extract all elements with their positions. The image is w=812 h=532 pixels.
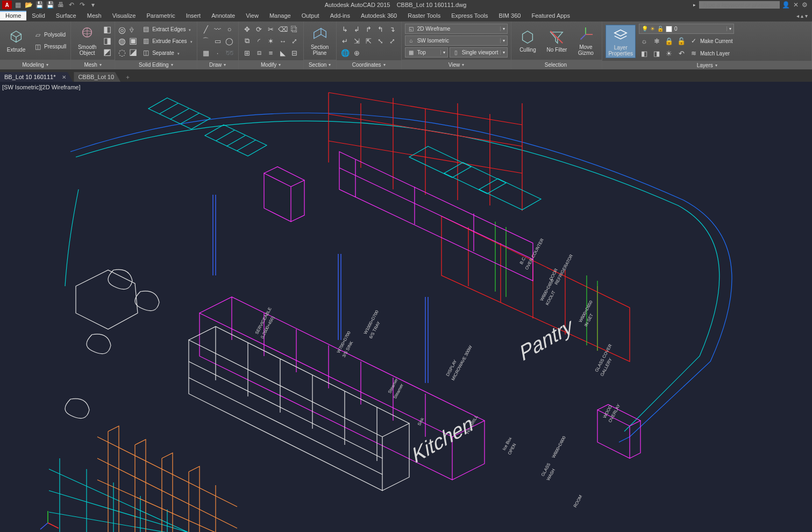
panel-view-label[interactable]: View [402, 60, 511, 69]
visual-style-dropdown[interactable]: ◱ 2D Wireframe ▾ [405, 24, 508, 34]
saveas-icon[interactable]: 💾 [45, 1, 55, 9]
tab-addins[interactable]: Add-ins [325, 11, 355, 20]
ucs-icon-9[interactable]: ⤡ [375, 36, 386, 46]
polysolid-button[interactable]: ▱ Polysolid [32, 30, 67, 40]
rectangle-icon[interactable]: ▭ [212, 36, 223, 46]
ucs-icon-5[interactable]: ↴ [387, 24, 398, 34]
help-icon[interactable]: ⚙ [802, 1, 808, 9]
panel-mesh-label[interactable]: Mesh [71, 60, 115, 69]
circle-icon[interactable]: ○ [224, 24, 235, 34]
mesh-icon-3[interactable]: ◩ [103, 47, 111, 57]
tab-home[interactable]: Home [0, 11, 26, 20]
layer-freeze-icon[interactable]: ❄ [651, 36, 662, 46]
panel-modify-label[interactable]: Modify [239, 60, 303, 69]
movegizmo-button[interactable]: Move Gizmo [573, 25, 599, 57]
qat-dropdown-icon[interactable]: ▾ [88, 1, 98, 9]
open-icon[interactable]: 📂 [24, 1, 33, 9]
tab-rastertools[interactable]: Raster Tools [402, 11, 446, 20]
rotate-icon[interactable]: ⟳ [254, 24, 265, 34]
mesh-icon-2[interactable]: ◨ [103, 36, 111, 46]
arc-icon[interactable]: ⌒ [201, 36, 211, 46]
panel-solid-editing-label[interactable]: Solid Editing [115, 60, 196, 69]
signin-icon[interactable]: 👤 [782, 1, 790, 9]
union-icon[interactable]: ◎ [118, 25, 126, 35]
copy-icon[interactable]: ⿻ [289, 24, 300, 34]
tab-expresstools[interactable]: Express Tools [446, 11, 493, 20]
tab-insert[interactable]: Insert [181, 11, 206, 20]
mirror-icon[interactable]: ⧉ [242, 36, 253, 46]
ucs-origin-icon[interactable]: ⊕ [352, 47, 362, 58]
subtract-icon[interactable]: ◍ [118, 36, 126, 46]
layer-prev-icon[interactable]: ↶ [676, 48, 687, 59]
ucs-icon-8[interactable]: ⇱ [364, 36, 374, 46]
stretch-icon[interactable]: ↔ [277, 36, 288, 46]
layer-unlock-icon[interactable]: 🔓 [676, 36, 687, 46]
exchange-icon[interactable]: ✕ [793, 1, 799, 9]
search-input[interactable] [699, 1, 780, 9]
thicken-icon[interactable]: ▣ [129, 36, 137, 46]
separate-button[interactable]: ◫ Separate [140, 47, 193, 58]
array-icon[interactable]: ⊞ [242, 47, 253, 58]
tab-manage[interactable]: Manage [264, 11, 296, 20]
tab-autodesk360[interactable]: Autodesk 360 [355, 11, 402, 20]
explode-icon[interactable]: ✶ [266, 36, 276, 46]
tab-annotate[interactable]: Annotate [206, 11, 240, 20]
layer-lock-icon[interactable]: 🔒 [664, 36, 674, 46]
panel-coordinates-label[interactable]: Coordinates [337, 60, 401, 69]
layer-iso-icon[interactable]: ◧ [639, 48, 650, 59]
extract-edges-button[interactable]: ▤ Extract Edges [140, 24, 193, 34]
view-name-dropdown[interactable]: ⌂ SW Isometric ▾ [405, 36, 508, 46]
line-icon[interactable]: ╱ [201, 24, 211, 34]
culling-button[interactable]: Culling [515, 27, 540, 54]
ucs-icon-4[interactable]: ↰ [375, 24, 386, 34]
drawing-viewport[interactable]: [SW Isometric][2D Wireframe] [0, 82, 812, 532]
trim-icon[interactable]: ✂ [266, 24, 276, 34]
match-layer-button[interactable]: ≋ Match Layer [688, 48, 731, 59]
tab-surface[interactable]: Surface [51, 11, 82, 20]
ellipse-icon[interactable]: ◯ [224, 36, 235, 46]
layer-properties-button[interactable]: Layer Properties [606, 25, 636, 58]
mesh-icon-1[interactable]: ◧ [103, 24, 111, 34]
extrude-faces-button[interactable]: ▥ Extrude Faces [140, 36, 193, 46]
tab-scroll-icon[interactable]: ◂ ▴ ▾ [796, 13, 808, 19]
plot-icon[interactable]: 🖶 [56, 1, 66, 9]
tab-visualize[interactable]: Visualize [107, 11, 141, 20]
panel-draw-label[interactable]: Draw [197, 60, 238, 69]
ucs-icon-7[interactable]: ⇲ [352, 36, 362, 46]
undo-icon[interactable]: ↶ [67, 1, 76, 9]
tab-bim360[interactable]: BIM 360 [493, 11, 526, 20]
point-icon[interactable]: · [212, 47, 223, 58]
ucs-icon-10[interactable]: ⤢ [387, 36, 398, 46]
add-tab-button[interactable]: ＋ [122, 72, 133, 82]
ucs-icon-2[interactable]: ↲ [352, 24, 362, 34]
tab-mesh[interactable]: Mesh [82, 11, 107, 20]
ucs-icon-1[interactable]: ↳ [340, 24, 351, 34]
layer-thaw-icon[interactable]: ☀ [664, 48, 674, 59]
save-icon[interactable]: 💾 [34, 1, 44, 9]
panel-layers-label[interactable]: Layers [602, 61, 811, 69]
extrude-button[interactable]: Extrude [3, 27, 29, 54]
layer-off-icon[interactable]: ☼ [639, 36, 650, 46]
ucs-icon-3[interactable]: ↱ [364, 24, 374, 34]
helix-icon[interactable]: ➿ [224, 47, 235, 58]
redo-icon[interactable]: ↷ [77, 1, 87, 9]
app-logo[interactable]: A [2, 1, 12, 9]
nofilter-button[interactable]: No Filter [544, 27, 569, 54]
tab-featuredapps[interactable]: Featured Apps [526, 11, 575, 20]
chamfer-icon[interactable]: ◣ [277, 47, 288, 58]
section-plane-button[interactable]: Section Plane [307, 25, 333, 57]
offset-icon[interactable]: ⧈ [254, 47, 265, 58]
smooth-object-button[interactable]: Smooth Object [74, 25, 100, 57]
ucs-world-icon[interactable]: 🌐 [340, 47, 351, 58]
ucs-icon-6[interactable]: ↵ [340, 36, 351, 46]
panel-modeling-label[interactable]: Modeling [0, 60, 70, 69]
fillet-icon[interactable]: ◜ [254, 36, 265, 46]
align-icon[interactable]: ≡ [266, 47, 276, 58]
file-tab-active[interactable]: BB_Lot 10 160111* ✕ [0, 72, 73, 82]
break-icon[interactable]: ⊟ [289, 47, 300, 58]
tab-solid[interactable]: Solid [26, 11, 50, 20]
make-current-button[interactable]: ✓ Make Current [688, 36, 734, 46]
viewport-dropdown[interactable]: ▯ Single viewport ▾ [450, 47, 508, 58]
layer-selector-dropdown[interactable]: 💡 ☀ 🔓 0 ▾ [639, 24, 734, 34]
plane-dropdown[interactable]: ▦ Top ▾ [405, 47, 448, 58]
